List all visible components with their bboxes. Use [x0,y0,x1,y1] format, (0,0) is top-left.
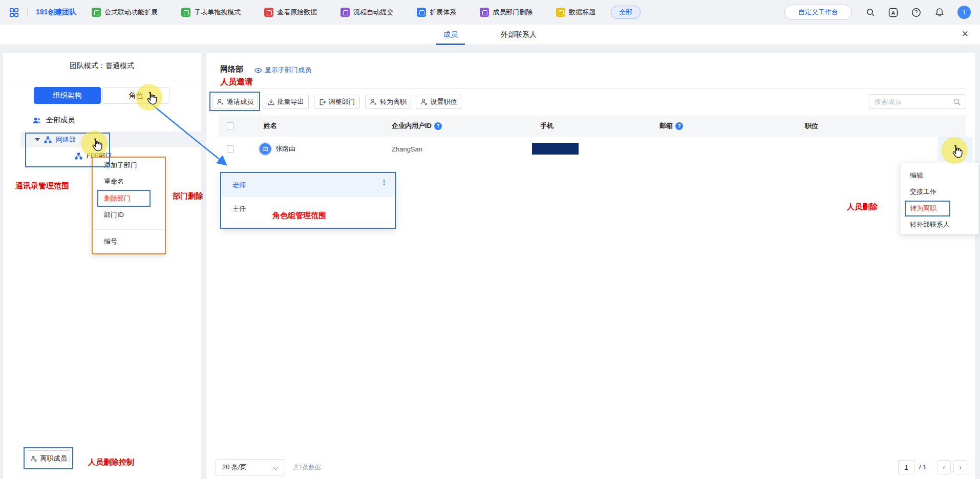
page-size-select[interactable]: 20 条/页 [216,459,284,475]
menu-item-number[interactable]: 编号 [104,236,117,247]
help-badge-icon[interactable]: ? [434,122,442,130]
tab-members[interactable]: 成员 [443,25,458,45]
team-admin-screen: 191创建团队 公式联动功能扩展 子表单拖拽模式 查看原始数据 流程自动提交 扩… [0,0,980,479]
menu-item-handover[interactable]: 交接工作 [910,186,936,198]
translate-icon[interactable]: A [888,8,898,17]
phone-redaction [532,143,579,155]
hand-cursor-icon [949,144,964,159]
svg-text:A: A [891,9,896,15]
tab-external-contacts[interactable]: 外部联系人 [501,25,537,45]
all-apps-button[interactable]: 全部 [611,6,641,19]
batch-export-label: 批量导出 [278,97,304,106]
menu-item-edit[interactable]: 编辑 [910,170,923,181]
annotation-dept-delete: 部门删除 [173,191,203,201]
navbar-right-group: 自定义工作台 A ? 1 [784,5,971,20]
org-sidebar: 团队模式：普通模式 组织架构 角色 全部成员 网络部 FFF部门 通讯录管理范围… [3,53,201,479]
caret-down-icon[interactable] [35,138,40,141]
select-all-checkbox[interactable] [227,122,234,129]
adjust-dept-label: 调整部门 [329,97,355,106]
page-total-label: / 1 [919,463,926,471]
resigned-members-button[interactable]: 离职成员 [27,450,70,466]
close-icon[interactable]: ✕ [962,30,969,38]
org-chart-icon [75,153,82,160]
resigned-members-label: 离职成员 [40,454,67,463]
page-size-value: 20 条/页 [222,463,247,472]
team-name[interactable]: 191创建团队 [36,8,76,17]
nav-app-label: 扩展体系 [430,8,456,17]
dept-title: 网络部 [220,64,243,74]
all-members-label: 全部成员 [46,116,75,125]
show-subdept-link[interactable]: 显示子部门成员 [254,66,311,75]
menu-item-add-subdept[interactable]: 添加子部门 [104,160,137,171]
app-grid-icon[interactable] [9,8,19,17]
hand-cursor-icon [89,138,103,152]
nav-app-formula-link[interactable]: 公式联动功能扩展 [92,8,158,17]
adjust-dept-button[interactable]: 调整部门 [314,95,360,109]
tree-item-network-dept[interactable]: 网络部 [20,132,201,147]
org-chart-icon [44,136,52,143]
help-icon[interactable]: ? [911,8,921,17]
menu-item-dept-id[interactable]: 部门ID [104,209,124,221]
role-item-teacher[interactable]: 老师 [221,173,395,197]
extension-app-icon [417,8,426,17]
nav-app-member-dept-delete[interactable]: 成员部门删除 [480,8,532,17]
member-search [869,94,966,109]
sidebar-divider [3,78,201,78]
search-icon[interactable] [953,98,961,106]
nav-app-label: 子表单拖拽模式 [194,8,241,17]
invite-member-button[interactable]: 邀请成员 [212,95,258,109]
next-page-button[interactable]: › [953,460,967,474]
eye-icon [254,68,262,73]
data-title-app-icon [556,8,565,17]
members-group-icon [33,117,41,124]
column-user-id-label: 企业内用户ID [392,121,432,130]
person-x-icon [370,98,377,105]
auto-submit-app-icon [340,8,350,17]
navbar-app-list: 公式联动功能扩展 子表单拖拽模式 查看原始数据 流程自动提交 扩展体系 成员部门… [92,8,595,17]
all-members-item[interactable]: 全部成员 [33,114,75,127]
nav-app-raw-data[interactable]: 查看原始数据 [264,8,317,17]
set-position-button[interactable]: 设置职位 [416,95,461,109]
nav-app-label: 查看原始数据 [277,8,317,17]
column-user-id: 企业内用户ID ? [392,115,442,137]
nav-app-extension[interactable]: 扩展体系 [417,8,456,17]
nav-app-auto-submit[interactable]: 流程自动提交 [340,8,393,17]
annotation-member-delete: 人员删除 [847,202,878,212]
batch-export-button[interactable]: 批量导出 [263,95,309,109]
member-avatar: 由 [259,142,272,156]
kebab-menu-icon[interactable]: ⋮ [380,181,388,184]
navbar-divider [27,8,28,16]
search-input[interactable] [875,95,951,108]
column-phone: 手机 [540,115,553,137]
menu-item-rename[interactable]: 重命名 [104,176,124,187]
members-table-header: 姓名 企业内用户ID ? 手机 邮箱 ? 职位 [219,115,966,137]
custom-workbench-button[interactable]: 自定义工作台 [784,5,852,20]
menu-item-to-external[interactable]: 转外部联系人 [910,219,950,230]
member-row[interactable]: 由 张路由 ZhangSan [219,137,966,161]
set-position-label: 设置职位 [431,97,457,106]
menu-item-delete-dept[interactable]: 删除部门 [104,193,131,204]
page-number-input[interactable]: 1 [898,460,914,474]
column-email: 邮箱 ? [659,115,683,137]
role-group-popup: 老师 ⋮ 主任 角色组管理范围 [220,172,396,229]
svg-text:?: ? [915,9,918,15]
nav-app-subform-drag[interactable]: 子表单拖拽模式 [181,8,241,17]
menu-item-to-resigned[interactable]: 转为离职 [910,203,936,214]
prev-page-button[interactable]: ‹ [937,460,951,474]
row-checkbox[interactable] [227,145,234,153]
help-badge-icon[interactable]: ? [675,122,683,130]
search-icon[interactable] [865,8,875,17]
nav-app-data-title[interactable]: 数据标题 [556,8,595,17]
team-mode-label: 团队模式：普通模式 [3,61,201,71]
member-user-id: ZhangSan [392,137,422,161]
bell-icon[interactable] [934,8,944,17]
org-structure-button[interactable]: 组织架构 [34,87,101,104]
top-navbar: 191创建团队 公式联动功能扩展 子表单拖拽模式 查看原始数据 流程自动提交 扩… [0,0,980,25]
person-add-icon [217,98,224,105]
to-resigned-button[interactable]: 转为离职 [365,95,411,109]
annotation-contacts-scope: 通讯录管理范围 [15,181,69,191]
invite-member-label: 邀请成员 [227,97,253,106]
members-panel: 网络部 显示子部门成员 邀请成员 批量导出 调整部门 转为离职 设置职位 [206,53,975,479]
person-gear-icon [420,98,428,105]
user-avatar[interactable]: 1 [957,6,971,19]
